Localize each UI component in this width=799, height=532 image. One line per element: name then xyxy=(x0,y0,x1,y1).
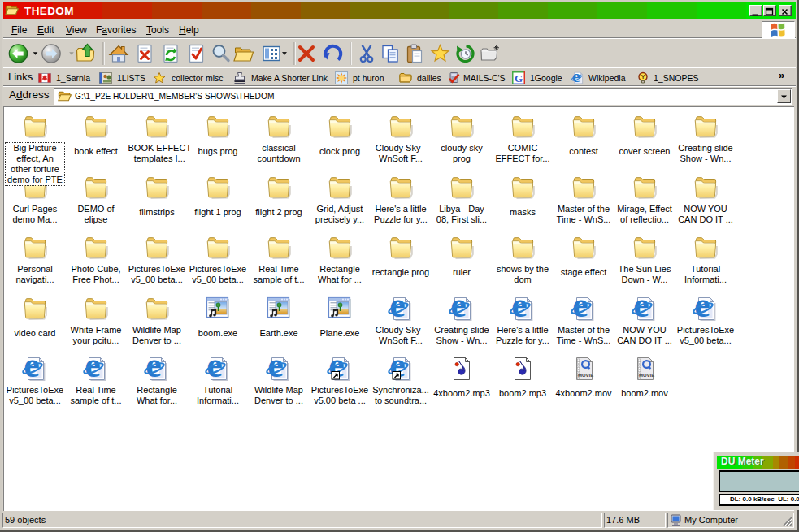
svg-text:Y: Y xyxy=(641,74,645,80)
svg-text:G: G xyxy=(515,72,523,84)
